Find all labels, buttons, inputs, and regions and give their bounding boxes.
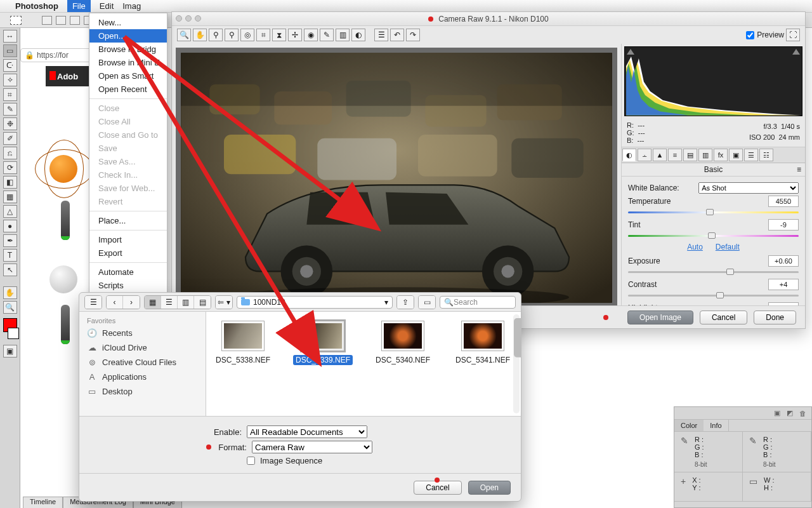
- marquee-tool[interactable]: ▭: [3, 44, 17, 57]
- radial-icon[interactable]: ◐: [351, 29, 365, 41]
- opt-btn[interactable]: [42, 16, 52, 25]
- back-button[interactable]: ‹: [107, 296, 123, 309]
- tab-color[interactable]: Color: [674, 420, 704, 431]
- pen-tool[interactable]: ✒: [3, 234, 17, 247]
- tab-hsl[interactable]: ≡: [668, 149, 682, 161]
- group-menu[interactable]: ⥢ ▾: [216, 296, 232, 309]
- stamp-tool[interactable]: ⎌: [3, 147, 17, 159]
- eraser-tool[interactable]: ◧: [3, 176, 17, 189]
- crop-tool[interactable]: ⌗: [3, 88, 17, 101]
- tab-camera[interactable]: ▣: [729, 149, 743, 161]
- sidebar-item[interactable]: 🕘Recents: [79, 326, 206, 340]
- open-image-button[interactable]: Open Image: [627, 311, 693, 324]
- background-color[interactable]: [8, 328, 19, 339]
- tab-snapshots[interactable]: ☷: [759, 149, 773, 161]
- share-button[interactable]: ⇪: [397, 296, 414, 309]
- search-field[interactable]: 🔍 Search: [440, 296, 516, 309]
- column-view[interactable]: ▥: [178, 296, 194, 309]
- tab-basic[interactable]: ◐: [622, 149, 636, 161]
- opt-btn[interactable]: [56, 16, 66, 25]
- menu-item[interactable]: Open as Smart: [89, 69, 167, 83]
- spot-icon[interactable]: ✢: [288, 29, 302, 41]
- gradient-icon[interactable]: ▥: [336, 29, 350, 41]
- menu-item[interactable]: Save: [89, 142, 167, 155]
- layer-icon[interactable]: ▣: [774, 409, 780, 417]
- menu-item[interactable]: Save for Web...: [89, 182, 167, 195]
- tags-button[interactable]: ▭: [419, 296, 435, 309]
- crop-icon[interactable]: ⌗: [256, 29, 270, 41]
- screen-mode[interactable]: ▣: [3, 345, 17, 358]
- traffic-lights[interactable]: [176, 15, 201, 22]
- menu-item[interactable]: Close All: [89, 115, 167, 128]
- wb-tool-icon[interactable]: ⚲: [209, 29, 223, 41]
- list-view[interactable]: ☰: [161, 296, 178, 309]
- color-sampler-icon[interactable]: ⚲: [225, 29, 239, 41]
- menu-item[interactable]: Browse in Mini E: [89, 56, 167, 69]
- tab-fx[interactable]: fx: [714, 149, 728, 161]
- opt-btn[interactable]: [70, 16, 80, 25]
- rotate-cw-icon[interactable]: ↷: [406, 29, 420, 41]
- menu-item[interactable]: Revert: [89, 195, 167, 208]
- tint-slider[interactable]: [628, 232, 799, 239]
- brush-tool[interactable]: ✐: [3, 132, 17, 145]
- zoom-tool[interactable]: 🔍: [3, 301, 17, 314]
- contrast-slider[interactable]: [628, 292, 799, 298]
- file-item[interactable]: DSC_5338.NEF: [211, 321, 275, 365]
- preview-checkbox[interactable]: Preview: [746, 30, 784, 39]
- adjust-brush-icon[interactable]: ✎: [320, 29, 334, 41]
- exposure-slider[interactable]: [628, 269, 799, 275]
- zoom-tool-icon[interactable]: 🔍: [177, 29, 191, 41]
- redeye-icon[interactable]: ◉: [304, 29, 318, 41]
- image-sequence-checkbox[interactable]: [247, 457, 255, 465]
- sidebar-item[interactable]: AApplications: [79, 370, 206, 384]
- hand-tool-icon[interactable]: ✋: [193, 29, 207, 41]
- wb-select[interactable]: As Shot: [698, 182, 799, 194]
- trash-icon[interactable]: 🗑: [799, 410, 806, 417]
- menu-item[interactable]: Place...: [89, 214, 167, 227]
- tab-lens[interactable]: ▥: [698, 149, 712, 161]
- panel-menu-icon[interactable]: ≡: [797, 165, 801, 174]
- menu-item[interactable]: Check In...: [89, 168, 167, 182]
- marquee-icon[interactable]: [10, 16, 22, 25]
- menu-edit[interactable]: Edit: [100, 1, 114, 11]
- folder-path[interactable]: 100ND10 ▾: [237, 296, 393, 309]
- rotate-ccw-icon[interactable]: ↶: [390, 29, 404, 41]
- file-item[interactable]: DSC_5340.NEF: [371, 321, 435, 365]
- menu-item[interactable]: Close and Go to: [89, 128, 167, 142]
- icon-view[interactable]: ▦: [145, 296, 161, 309]
- hand-tool[interactable]: ✋: [3, 286, 17, 299]
- image-preview[interactable]: − + 17.8% ▾ DSC_5221.NEF: [176, 48, 617, 324]
- app-name[interactable]: Photoshop: [15, 1, 58, 11]
- tab-split[interactable]: ▤: [683, 149, 697, 161]
- menu-item[interactable]: Open...: [89, 29, 167, 43]
- file-item[interactable]: DSC_5339.NEF: [291, 321, 355, 365]
- blur-tool[interactable]: △: [3, 205, 17, 218]
- auto-link[interactable]: Auto: [687, 243, 703, 251]
- target-adjust-icon[interactable]: ◎: [240, 29, 254, 41]
- file-item[interactable]: DSC_5341.NEF: [451, 321, 514, 365]
- heal-tool[interactable]: ❉: [3, 117, 17, 130]
- menu-item[interactable]: Scripts: [89, 279, 167, 292]
- enable-select[interactable]: All Readable Documents: [247, 425, 367, 438]
- fullscreen-icon[interactable]: ⛶: [786, 29, 800, 41]
- prefs-icon[interactable]: ☰: [374, 29, 388, 41]
- menu-item[interactable]: Automate: [89, 265, 167, 279]
- cancel-button[interactable]: Cancel: [700, 311, 747, 324]
- menu-item[interactable]: Export: [89, 246, 167, 260]
- scrollbar[interactable]: [513, 314, 520, 413]
- temperature-slider[interactable]: [628, 209, 799, 215]
- menu-image[interactable]: Imag: [122, 1, 141, 11]
- menu-item[interactable]: Close: [89, 102, 167, 115]
- menu-file[interactable]: File: [67, 0, 91, 12]
- menu-item[interactable]: New...: [89, 16, 167, 29]
- type-tool[interactable]: T: [3, 249, 17, 262]
- gallery-view[interactable]: ▤: [194, 296, 211, 309]
- sidebar-item[interactable]: ▭Desktop: [79, 384, 206, 399]
- history-tool[interactable]: ⟳: [3, 161, 17, 174]
- histogram[interactable]: [624, 46, 802, 116]
- done-button[interactable]: Done: [754, 311, 796, 324]
- window-titlebar[interactable]: Camera Raw 9.1.1 - Nikon D100: [172, 12, 805, 26]
- tab-presets[interactable]: ☰: [744, 149, 758, 161]
- menu-item[interactable]: Open Recent: [89, 83, 167, 96]
- format-select[interactable]: Camera Raw: [252, 441, 372, 453]
